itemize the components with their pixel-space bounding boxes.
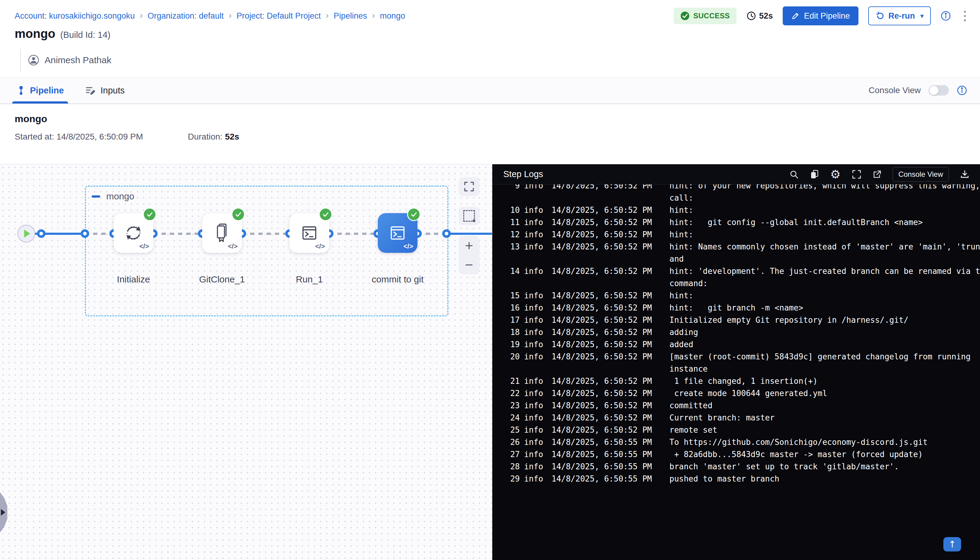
- success-check-icon: [143, 208, 157, 221]
- build-id: (Build Id: 14): [60, 30, 110, 40]
- fullscreen-icon: [463, 181, 475, 192]
- header-actions: SUCCESS 52s Edit Pipeline Re-run ▾: [674, 7, 969, 25]
- sync-icon: [122, 222, 145, 244]
- log-row: 10info14/8/2025, 6:50:52 PMhint:: [506, 204, 971, 216]
- settings-icon[interactable]: ⚙: [830, 168, 841, 180]
- console-view-button[interactable]: Console View: [893, 167, 949, 182]
- author-row: Animesh Pathak: [20, 49, 111, 72]
- zoom-in-button[interactable]: +: [465, 238, 473, 253]
- breadcrumb-link[interactable]: Pipelines: [334, 11, 367, 21]
- log-row: 14info14/8/2025, 6:50:52 PMhint: 'develo…: [506, 265, 971, 290]
- breadcrumb-separator: ›: [372, 11, 375, 21]
- log-row: 13info14/8/2025, 6:50:52 PMhint: Names c…: [506, 241, 971, 265]
- scroll-to-top-button[interactable]: ↑: [943, 537, 961, 552]
- success-check-icon: [232, 208, 245, 221]
- log-body: 9info14/8/2025, 6:50:52 PMhint: of your …: [492, 185, 980, 560]
- open-in-new-icon[interactable]: [873, 170, 882, 179]
- info-icon[interactable]: [941, 11, 951, 21]
- log-row: 16info14/8/2025, 6:50:52 PMhint: git bra…: [506, 302, 971, 314]
- elapsed-value: 52s: [759, 11, 773, 21]
- step-node-gitclone_1[interactable]: </>: [202, 213, 242, 253]
- step-node-commit-to-git[interactable]: </>: [378, 213, 417, 253]
- stage-group-label: mongo: [92, 191, 134, 202]
- pencil-icon: [791, 12, 800, 20]
- collapse-icon[interactable]: [92, 195, 100, 198]
- copy-icon[interactable]: [810, 170, 819, 179]
- step-logs-panel: Step Logs ⚙ Console View 9info14/8/2025,…: [492, 164, 980, 560]
- log-row: 23info14/8/2025, 6:50:52 PMcommitted: [506, 399, 971, 412]
- gitclone-icon: [211, 222, 233, 244]
- log-row: 29info14/8/2025, 6:50:55 PMpushed to mas…: [506, 473, 971, 485]
- tab-inputs[interactable]: Inputs: [83, 77, 127, 103]
- canvas-zoom-controls: + −: [459, 236, 480, 274]
- left-drawer-handle[interactable]: [0, 492, 7, 533]
- status-badge: SUCCESS: [674, 8, 737, 24]
- breadcrumb-link[interactable]: Organization: default: [148, 11, 223, 21]
- terminal-icon: [387, 223, 408, 243]
- step-logs-header: Step Logs ⚙ Console View: [492, 164, 980, 185]
- step-node-label: Run_1: [263, 274, 355, 285]
- step-logs-title: Step Logs: [503, 169, 543, 179]
- execution-meta: mongo Started at: 14/8/2025, 6:50:09 PM …: [0, 104, 980, 164]
- breadcrumb-link[interactable]: Account: kurosakiichigo.songoku: [15, 11, 135, 21]
- page-title: mongo: [15, 27, 55, 41]
- success-check-icon: [319, 208, 332, 221]
- breadcrumb-link[interactable]: mongo: [380, 11, 405, 21]
- terminal-icon: [299, 223, 320, 243]
- breadcrumb-separator: ›: [326, 11, 329, 21]
- info-icon[interactable]: [957, 85, 967, 95]
- log-link[interactable]: https://github.com/Sonichigo/economy-dis…: [684, 438, 927, 447]
- log-row: 9info14/8/2025, 6:50:52 PMhint: of your …: [506, 185, 971, 204]
- log-row: 12info14/8/2025, 6:50:52 PMhint:: [506, 228, 971, 241]
- tabs: PipelineInputs: [15, 77, 127, 103]
- tab-pipeline[interactable]: Pipeline: [15, 77, 66, 103]
- success-check-icon: [407, 208, 420, 221]
- check-circle-icon: [680, 11, 690, 20]
- log-row: 26info14/8/2025, 6:50:55 PMTo https://gi…: [506, 436, 971, 448]
- tab-label: Inputs: [100, 85, 125, 95]
- step-node-initialize[interactable]: </>: [113, 213, 153, 253]
- edit-pipeline-button[interactable]: Edit Pipeline: [783, 7, 858, 25]
- log-row: 21info14/8/2025, 6:50:52 PM 1 file chang…: [506, 375, 971, 387]
- avatar: [27, 54, 40, 66]
- pipeline-execution-page: Account: kurosakiichigo.songoku›Organiza…: [0, 0, 980, 560]
- marquee-select-icon: [463, 210, 475, 222]
- console-view-label: Console View: [868, 85, 921, 95]
- breadcrumb-separator: ›: [140, 11, 143, 21]
- clock-icon: [747, 11, 756, 21]
- log-row: 15info14/8/2025, 6:50:52 PMhint:: [506, 290, 971, 302]
- start-node: [17, 225, 35, 242]
- canvas-marquee-button[interactable]: [459, 207, 480, 225]
- elapsed-time: 52s: [747, 11, 773, 21]
- tab-label: Pipeline: [30, 85, 64, 95]
- zoom-out-button[interactable]: −: [465, 258, 473, 272]
- download-icon[interactable]: [960, 170, 970, 179]
- chevron-right-icon: [1, 509, 5, 516]
- code-glyph-icon: </>: [403, 242, 413, 250]
- step-node-run_1[interactable]: </>: [290, 213, 329, 253]
- search-icon[interactable]: [790, 170, 798, 179]
- log-row: 22info14/8/2025, 6:50:52 PM create mode …: [506, 387, 971, 399]
- rerun-button[interactable]: Re-run ▾: [868, 7, 931, 25]
- breadcrumb-link[interactable]: Project: Default Project: [237, 11, 321, 21]
- breadcrumb: Account: kurosakiichigo.songoku›Organiza…: [15, 11, 405, 21]
- top-header: Account: kurosakiichigo.songoku›Organiza…: [0, 0, 980, 32]
- log-row: 27info14/8/2025, 6:50:55 PM + 82a6dbb...…: [506, 448, 971, 460]
- stage-title: mongo: [15, 113, 965, 125]
- pipeline-canvas: mongo </>Initialize</>GitClone_1</>Run_1…: [0, 164, 492, 560]
- kebab-menu-icon[interactable]: [961, 9, 969, 23]
- tab-bar: PipelineInputs Console View: [0, 77, 980, 104]
- stage-group-name: mongo: [106, 191, 134, 202]
- code-glyph-icon: </>: [139, 242, 149, 250]
- step-node-label: commit to git: [352, 274, 443, 285]
- code-glyph-icon: </>: [315, 242, 325, 250]
- fullscreen-icon[interactable]: [852, 170, 862, 179]
- canvas-fullscreen-button[interactable]: [459, 177, 480, 196]
- inputs-tab-icon: [85, 85, 96, 95]
- log-toolbar: ⚙ Console View: [790, 167, 970, 182]
- log-row: 20info14/8/2025, 6:50:52 PM[master (root…: [506, 350, 971, 375]
- console-view-toggle[interactable]: [929, 85, 949, 95]
- log-row: 19info14/8/2025, 6:50:52 PMadded: [506, 338, 971, 350]
- refresh-icon: [875, 11, 885, 20]
- arrow-up-icon: ↑: [948, 539, 956, 550]
